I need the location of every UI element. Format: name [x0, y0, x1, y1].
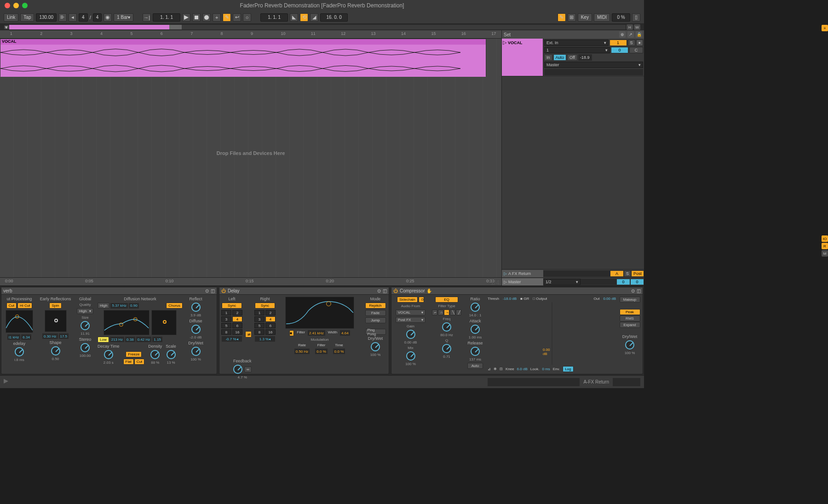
size-knob[interactable] — [80, 321, 90, 330]
monitor-in-button[interactable]: In — [544, 54, 552, 61]
fade-button[interactable]: Fade — [365, 310, 386, 316]
master-send-1[interactable]: 0 — [616, 279, 630, 285]
solo-button[interactable]: S — [628, 40, 635, 46]
sc-gain-knob[interactable] — [406, 330, 415, 339]
keyboard-icon[interactable]: ⊞ — [568, 13, 576, 22]
sidechain-button[interactable]: Sidechain — [397, 297, 418, 303]
minimize-window-icon[interactable] — [13, 3, 19, 8]
left-offset[interactable]: -0.7 % ◂ — [222, 336, 242, 342]
device-save-icon[interactable]: ◫ — [383, 288, 387, 293]
track-level[interactable]: -18.9 — [578, 54, 592, 61]
feedback-knob[interactable] — [233, 365, 242, 374]
cut-button[interactable]: Cut — [134, 359, 144, 365]
quantize-menu[interactable]: 1 Bar ▾ — [114, 13, 133, 22]
tracks-area[interactable]: VOCAL Drop Files and Devices Here — [0, 39, 501, 277]
delay-filter-display[interactable] — [285, 297, 354, 329]
input-filter-display[interactable] — [6, 310, 33, 333]
diffusion-filter-display[interactable] — [104, 310, 150, 335]
input-freq[interactable]: i1 kHz — [7, 334, 20, 340]
pingpong-button[interactable]: Ping Pong — [365, 329, 386, 335]
sig-denominator[interactable]: 4 — [93, 13, 102, 22]
density-knob[interactable] — [150, 350, 160, 359]
rms-button[interactable]: RMS — [620, 315, 640, 321]
sc-mix-knob[interactable] — [406, 351, 415, 361]
status-device-preview[interactable] — [613, 378, 640, 386]
send-knob-a[interactable]: 0 — [611, 47, 628, 53]
stop-button[interactable] — [192, 13, 201, 22]
device-fold-icon[interactable]: ⊙ — [631, 288, 635, 293]
master-play-icon[interactable]: ▷ — [504, 280, 507, 284]
close-window-icon[interactable] — [5, 3, 10, 8]
clip-header[interactable]: VOCAL — [0, 39, 486, 45]
device-fold-icon[interactable]: ⊙ — [205, 288, 209, 293]
master-send-2[interactable]: 0 — [630, 279, 644, 285]
filter-enable[interactable]: ■ — [289, 330, 294, 336]
cue-button[interactable]: C — [629, 47, 643, 53]
metronome-toggle-icon[interactable]: ◉ — [104, 13, 112, 22]
release-knob[interactable] — [471, 347, 480, 356]
overview-w-button[interactable]: W — [634, 24, 640, 30]
filter-lowshelf-icon[interactable]: ⌐ — [432, 309, 437, 315]
monitor-off-button[interactable]: Off — [567, 54, 577, 61]
chorus-xy-pad[interactable] — [151, 310, 177, 335]
left-sync-button[interactable]: Sync — [222, 303, 242, 309]
quality-dropdown[interactable]: High▾ — [77, 308, 93, 314]
capture-icon[interactable]: ○ — [243, 13, 251, 22]
filter-lowpass-icon[interactable]: ╲ — [450, 309, 455, 315]
sc-source-dropdown[interactable]: VOCAL▾ — [396, 309, 426, 315]
master-quantize-dropdown[interactable]: 1/2▾ — [543, 279, 581, 285]
lock-icon[interactable]: 🔒 — [636, 31, 642, 38]
tap-button[interactable]: Tap — [20, 13, 34, 22]
input-channel-dropdown[interactable]: 1▾ — [544, 47, 610, 53]
sc-tap-dropdown[interactable]: Post FX▾ — [396, 317, 426, 323]
return-solo[interactable]: S — [624, 270, 631, 277]
right-offset[interactable]: 1.3 % ◂ — [255, 336, 275, 342]
track-name[interactable]: VOCAL — [508, 40, 523, 45]
expand-button[interactable]: Expand — [620, 322, 640, 328]
reflect-knob[interactable] — [191, 303, 201, 312]
device-fold-icon[interactable]: ⊙ — [377, 288, 381, 293]
thresh-value[interactable]: -18.0 dB — [503, 297, 517, 301]
dn-low-button[interactable]: Low — [98, 337, 109, 343]
status-play-icon[interactable] — [4, 379, 10, 385]
follow-icon[interactable]: →| — [143, 13, 151, 22]
comp-enable-icon[interactable]: ⏻ — [393, 288, 398, 293]
eq-button[interactable]: EQ — [435, 297, 458, 303]
jump-button[interactable]: Jump — [365, 317, 386, 323]
sidechain-listen-icon[interactable]: ⊙ — [419, 297, 424, 303]
overdub-icon[interactable]: + — [213, 13, 221, 22]
decay-knob[interactable] — [104, 350, 113, 359]
back-to-arrangement-icon[interactable]: ↗ — [627, 31, 634, 38]
new-track-icon[interactable]: ⊕ — [619, 31, 626, 38]
reenable-automation-icon[interactable]: ↩ — [233, 13, 241, 22]
device-save-icon[interactable]: ◫ — [211, 288, 215, 293]
audio-clip-vocal[interactable]: VOCAL — [0, 39, 486, 76]
bar-ruler[interactable]: 1 2 3 4 5 6 7 8 9 10 11 12 13 14 15 16 1… — [0, 30, 501, 39]
play-button[interactable] — [182, 13, 190, 22]
input-q[interactable]: 6.34 — [21, 334, 31, 340]
master-name[interactable]: ▷ Master — [502, 278, 543, 286]
key-map-button[interactable]: Key — [578, 13, 592, 22]
maximize-window-icon[interactable] — [22, 3, 28, 8]
view-mode-1-icon[interactable]: ⊿ — [488, 367, 491, 371]
track-preview[interactable]: ▷ VOCAL — [502, 39, 543, 76]
arm-button[interactable]: ● — [636, 40, 643, 46]
track-activator[interactable]: 1 — [610, 40, 627, 46]
early-amt[interactable]: 17.5 — [59, 333, 69, 339]
diffuse-knob[interactable] — [191, 325, 201, 334]
input-type-dropdown[interactable]: Ext. In▾ — [544, 40, 609, 46]
sig-numerator[interactable]: 4 — [79, 13, 88, 22]
delay-enable-icon[interactable]: ⏻ — [221, 288, 226, 293]
chorus-button[interactable]: Chorus — [166, 303, 183, 309]
filter-highpass-icon[interactable]: ╱ — [456, 309, 461, 315]
sc-freq-knob[interactable] — [442, 322, 451, 332]
filter-bell-icon[interactable]: ∩ — [438, 309, 443, 315]
compressor-display[interactable]: 0.00 dB — [552, 302, 552, 365]
dn-high-button[interactable]: High — [98, 303, 109, 309]
return-play-icon[interactable]: ▷ — [504, 271, 507, 276]
delay-drywet-knob[interactable] — [371, 342, 380, 351]
monitor-auto-button[interactable]: Auto — [553, 54, 567, 61]
right-sync-button[interactable]: Sync — [255, 303, 275, 309]
stereo-knob[interactable] — [80, 343, 90, 352]
early-xy-pad[interactable] — [45, 310, 67, 332]
